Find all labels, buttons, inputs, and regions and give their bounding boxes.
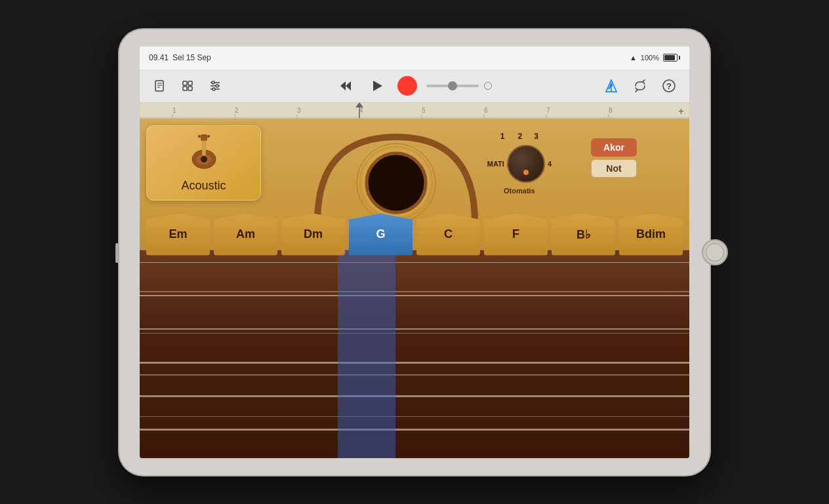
knob-label-mati: MATI — [487, 160, 504, 168]
help-button[interactable]: ? — [658, 75, 680, 97]
svg-text:2: 2 — [235, 107, 239, 114]
svg-point-46 — [207, 135, 210, 138]
svg-point-42 — [201, 156, 207, 163]
toolbar-center — [233, 75, 594, 97]
chord-key-bdim[interactable]: Bdim — [619, 214, 683, 256]
svg-marker-14 — [340, 81, 351, 90]
instrument-name: Acoustic — [181, 179, 226, 193]
svg-point-19 — [610, 84, 613, 87]
svg-text:5: 5 — [422, 107, 426, 114]
timeline-ruler: 1 2 3 4 5 6 7 8 + — [140, 103, 689, 119]
svg-point-13 — [212, 88, 215, 90]
knob-pos-3: 3 — [534, 132, 538, 141]
toolbar-right: ? — [600, 75, 680, 97]
knob-pos-1: 1 — [500, 132, 505, 141]
string-2 — [140, 295, 689, 296]
svg-rect-7 — [188, 87, 192, 90]
tempo-indicator — [484, 82, 492, 90]
svg-text:?: ? — [666, 81, 672, 91]
fretboard[interactable] — [140, 250, 689, 458]
add-track-button[interactable]: + — [678, 106, 684, 117]
knob-pos-2: 2 — [518, 132, 523, 141]
fret-line-1 — [140, 291, 689, 292]
toolbar: ? — [140, 70, 689, 103]
autoplay-section: 1 2 3 MATI 4 Otomatis — [487, 132, 552, 195]
ruler-mark-1: 1 — [172, 107, 176, 114]
svg-rect-4 — [183, 81, 187, 85]
chord-note-panel: Akor Not — [591, 138, 637, 178]
new-song-button[interactable] — [149, 75, 171, 97]
side-button[interactable] — [115, 243, 119, 263]
knob-dot — [523, 170, 529, 175]
svg-rect-6 — [183, 87, 187, 90]
autoplay-knob[interactable] — [507, 145, 545, 183]
svg-marker-38 — [355, 103, 363, 108]
svg-marker-15 — [373, 81, 382, 91]
chord-key-dm[interactable]: Dm — [281, 214, 345, 256]
ipad-frame: 09.41 Sel 15 Sep ▲ 100% — [119, 29, 710, 475]
svg-point-50 — [367, 153, 426, 212]
svg-text:3: 3 — [297, 107, 301, 114]
knob-label-4: 4 — [548, 160, 552, 168]
svg-text:4: 4 — [359, 107, 363, 114]
chord-buttons-row: Em Am Dm G C F B♭ Bdim — [140, 214, 689, 256]
note-tab-button[interactable]: Not — [591, 159, 637, 178]
home-button[interactable] — [702, 239, 728, 265]
svg-point-11 — [216, 85, 218, 87]
fret-line-4 — [140, 416, 689, 417]
string-4 — [140, 362, 689, 364]
metronome-button[interactable] — [600, 75, 622, 97]
ruler-svg: 1 2 3 4 5 6 7 8 — [140, 103, 689, 119]
chord-key-em[interactable]: Em — [146, 214, 210, 256]
ipad-screen: 09.41 Sel 15 Sep ▲ 100% — [140, 47, 689, 458]
tempo-slider[interactable] — [426, 85, 479, 87]
active-chord-highlight — [338, 250, 395, 458]
knob-row: MATI 4 — [487, 145, 552, 183]
battery-percent: 100% — [641, 54, 659, 62]
settings-button[interactable] — [204, 75, 226, 97]
rewind-button[interactable] — [334, 75, 357, 97]
string-6 — [140, 429, 689, 431]
toolbar-left — [149, 75, 226, 97]
play-button[interactable] — [366, 75, 388, 97]
guitar-decoration — [304, 124, 488, 222]
autoplay-label: Otomatis — [504, 187, 535, 195]
chord-key-f[interactable]: F — [484, 214, 548, 256]
chord-key-am[interactable]: Am — [214, 214, 277, 256]
svg-text:7: 7 — [546, 107, 550, 114]
guitar-icon — [188, 133, 220, 175]
svg-rect-5 — [188, 81, 192, 85]
status-left: 09.41 Sel 15 Sep — [149, 53, 211, 62]
svg-rect-0 — [155, 81, 163, 91]
chord-key-bb[interactable]: B♭ — [552, 214, 615, 256]
status-right: ▲ 100% — [630, 54, 680, 62]
string-5 — [140, 395, 689, 397]
chord-key-g[interactable]: G — [349, 214, 413, 256]
tracks-button[interactable] — [176, 75, 199, 97]
fret-line-3 — [140, 374, 689, 376]
tempo-control — [426, 82, 492, 90]
svg-point-45 — [198, 135, 201, 138]
svg-text:6: 6 — [484, 107, 488, 114]
time-display: 09.41 — [149, 53, 169, 62]
wifi-icon: ▲ — [630, 54, 637, 62]
chord-tab-button[interactable]: Akor — [591, 138, 637, 157]
svg-point-9 — [212, 81, 214, 84]
status-bar: 09.41 Sel 15 Sep ▲ 100% — [140, 47, 689, 70]
fret-line-2 — [140, 333, 689, 334]
guitar-instrument-panel[interactable]: Acoustic — [146, 125, 261, 201]
date-display: Sel 15 Sep — [172, 53, 211, 62]
instrument-area: Acoustic — [140, 119, 689, 458]
string-1 — [140, 262, 689, 263]
string-3 — [140, 328, 689, 330]
chord-key-c[interactable]: C — [416, 214, 480, 256]
battery-icon — [663, 54, 680, 62]
svg-text:8: 8 — [609, 107, 613, 114]
knob-numbers-row: 1 2 3 — [500, 132, 538, 141]
record-button[interactable] — [397, 76, 417, 96]
loop-button[interactable] — [629, 75, 651, 97]
